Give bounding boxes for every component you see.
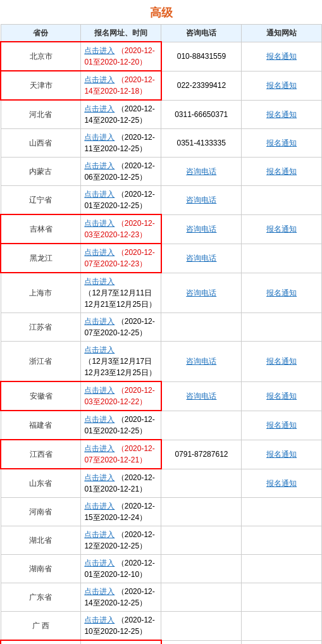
- registration-cell: 点击进入 （2020-12-01至2020-12-25）: [81, 186, 161, 215]
- province-cell: 福建省: [1, 411, 81, 440]
- registration-link[interactable]: 点击进入: [84, 133, 115, 142]
- phone-cell: 022-23399412: [161, 71, 242, 100]
- notice-cell[interactable]: 报名通知: [242, 129, 322, 158]
- table-row: 山西省点击进入 （2020-12-11至2020-12-25）0351-4133…: [1, 129, 322, 158]
- phone-cell: [161, 612, 242, 641]
- registration-link[interactable]: 点击进入: [84, 161, 115, 170]
- province-cell: 上海市: [1, 273, 81, 313]
- registration-cell: 点击进入 （2020-12-07至2020-12-25）: [81, 313, 161, 342]
- table-row: 浙江省点击进入（12月3至12月17日12月23至12月25日）咨询电话报名通知: [1, 342, 322, 382]
- notice-cell[interactable]: 报名通知: [242, 100, 322, 129]
- registration-link[interactable]: 点击进入: [84, 345, 115, 354]
- table-row: 湖南省点击进入 （2020-12-01至2020-12-10）: [1, 555, 322, 583]
- date-text: 12月21至12月25日）: [84, 300, 156, 309]
- notice-cell: [242, 583, 322, 612]
- registration-link[interactable]: 点击进入: [84, 75, 115, 84]
- registration-cell: 点击进入 （2020-12-06至2020-12-25）: [81, 158, 161, 186]
- notice-cell[interactable]: 报名通知: [242, 411, 322, 440]
- header-province: 省份: [1, 25, 81, 42]
- registration-link[interactable]: 点击进入: [84, 277, 115, 286]
- registration-link[interactable]: 点击进入: [84, 46, 115, 55]
- registration-link[interactable]: 点击进入: [84, 248, 115, 257]
- province-cell: 黑龙江: [1, 244, 81, 273]
- registration-cell: 点击进入（12月7至12月11日12月21至12月25日）: [81, 273, 161, 313]
- notice-cell[interactable]: 报名通知: [242, 640, 322, 644]
- registration-cell: 点击进入 （2020-12-03至2020-12-22）: [81, 381, 161, 411]
- table-row: 黑龙江点击进入 （2020-12-07至2020-12-23）咨询电话: [1, 244, 322, 273]
- phone-cell[interactable]: 咨询电话: [161, 244, 242, 273]
- notice-cell: [242, 313, 322, 342]
- phone-cell[interactable]: 咨询电话: [161, 273, 242, 313]
- province-cell: 河北省: [1, 100, 81, 129]
- notice-cell[interactable]: 报名通知: [242, 158, 322, 186]
- header-notice: 通知网站: [242, 25, 322, 42]
- notice-cell: [242, 186, 322, 215]
- notice-cell[interactable]: 报名通知: [242, 214, 322, 244]
- page-title: 高级: [0, 0, 322, 24]
- phone-cell: [161, 526, 242, 555]
- notice-cell[interactable]: 报名通知: [242, 273, 322, 313]
- registration-link[interactable]: 点击进入: [84, 502, 115, 511]
- header-registration: 报名网址、时间: [81, 25, 161, 42]
- province-cell: 广 西: [1, 612, 81, 641]
- province-cell: 山东省: [1, 469, 81, 498]
- registration-cell: 点击进入 （2020-12-01至2020-12-25）: [81, 411, 161, 440]
- province-cell: 辽宁省: [1, 186, 81, 215]
- notice-cell[interactable]: 报名通知: [242, 342, 322, 382]
- notice-cell: [242, 612, 322, 641]
- registration-cell: 点击进入 （2020-12-14至2020-12-25）: [81, 100, 161, 129]
- registration-link[interactable]: 点击进入: [84, 104, 115, 113]
- table-row: 北京市点击进入 （2020-12-01至2020-12-20）010-88431…: [1, 42, 322, 71]
- phone-cell: [161, 498, 242, 526]
- phone-cell[interactable]: 咨询电话: [161, 214, 242, 244]
- notice-cell[interactable]: 报名通知: [242, 469, 322, 498]
- table-row: 海南省点击进入 （2020-12-01至2020-12-20）咨询电话报名通知: [1, 640, 322, 644]
- notice-cell: [242, 498, 322, 526]
- registration-link[interactable]: 点击进入: [84, 190, 115, 199]
- registration-link[interactable]: 点击进入: [84, 219, 115, 228]
- phone-cell[interactable]: 咨询电话: [161, 158, 242, 186]
- province-cell: 天津市: [1, 71, 81, 100]
- registration-link[interactable]: 点击进入: [84, 386, 115, 395]
- table-row: 上海市点击进入（12月7至12月11日12月21至12月25日）咨询电话报名通知: [1, 273, 322, 313]
- notice-cell[interactable]: 报名通知: [242, 71, 322, 100]
- registration-link[interactable]: 点击进入: [84, 415, 115, 424]
- table-row: 广 西点击进入 （2020-12-10至2020-12-25）: [1, 612, 322, 641]
- table-row: 河北省点击进入 （2020-12-14至2020-12-25）0311-6665…: [1, 100, 322, 129]
- registration-cell: 点击进入 （2020-12-12至2020-12-25）: [81, 526, 161, 555]
- registration-link[interactable]: 点击进入: [84, 587, 115, 596]
- province-cell: 内蒙古: [1, 158, 81, 186]
- registration-cell: 点击进入 （2020-12-07至2020-12-23）: [81, 244, 161, 273]
- province-cell: 浙江省: [1, 342, 81, 382]
- phone-cell[interactable]: 咨询电话: [161, 186, 242, 215]
- province-cell: 江西省: [1, 440, 81, 469]
- notice-cell: [242, 526, 322, 555]
- phone-cell: 0311-66650371: [161, 100, 242, 129]
- province-cell: 北京市: [1, 42, 81, 71]
- notice-cell[interactable]: 报名通知: [242, 42, 322, 71]
- phone-cell[interactable]: 咨询电话: [161, 342, 242, 382]
- phone-cell[interactable]: 咨询电话: [161, 640, 242, 644]
- registration-cell: 点击进入 （2020-12-03至2020-12-23）: [81, 214, 161, 244]
- registration-cell: 点击进入 （2020-12-01至2020-12-20）: [81, 42, 161, 71]
- header-phone: 咨询电话: [161, 25, 242, 42]
- registration-link[interactable]: 点击进入: [84, 317, 115, 326]
- table-row: 湖北省点击进入 （2020-12-12至2020-12-25）: [1, 526, 322, 555]
- phone-cell: 0791-87287612: [161, 440, 242, 469]
- date-text: （12月7至12月11日: [84, 288, 152, 297]
- registration-link[interactable]: 点击进入: [84, 559, 115, 567]
- province-cell: 安徽省: [1, 381, 81, 411]
- notice-cell[interactable]: 报名通知: [242, 381, 322, 411]
- province-cell: 江苏省: [1, 313, 81, 342]
- province-cell: 湖南省: [1, 555, 81, 583]
- registration-link[interactable]: 点击进入: [84, 616, 115, 624]
- registration-link[interactable]: 点击进入: [84, 530, 115, 539]
- registration-link[interactable]: 点击进入: [84, 444, 115, 453]
- date-text: 12月23至12月25日）: [84, 368, 156, 377]
- registration-link[interactable]: 点击进入: [84, 473, 115, 482]
- province-cell: 吉林省: [1, 214, 81, 244]
- registration-cell: 点击进入 （2020-12-07至2020-12-21）: [81, 440, 161, 469]
- phone-cell[interactable]: 咨询电话: [161, 381, 242, 411]
- registration-cell: 点击进入 （2020-12-14至2020-12-18）: [81, 71, 161, 100]
- notice-cell[interactable]: 报名通知: [242, 440, 322, 469]
